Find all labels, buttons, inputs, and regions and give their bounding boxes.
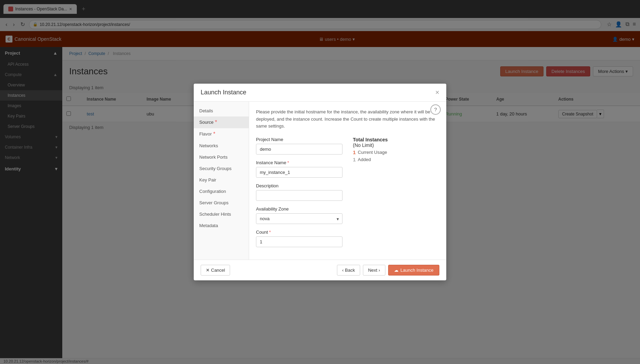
current-usage-value: 1: [353, 149, 356, 155]
nav-network-ports-label: Network Ports: [199, 155, 228, 160]
form-right-col: Total Instances (No Limit) 1 Current Usa…: [353, 137, 439, 253]
next-button[interactable]: Next ›: [363, 265, 385, 276]
nav-item-security-groups[interactable]: Security Groups: [194, 163, 249, 174]
nav-security-groups-label: Security Groups: [199, 166, 231, 171]
nav-scheduler-hints-label: Scheduler Hints: [199, 212, 231, 217]
cancel-button[interactable]: ✕ Cancel: [201, 265, 230, 276]
form-top-row: Project Name Instance Name * Description: [256, 137, 439, 253]
nav-item-metadata[interactable]: Metadata: [194, 220, 249, 231]
modal-overlay: Launch Instance × ? Details Source * Fla…: [0, 0, 640, 364]
nav-details-label: Details: [199, 108, 213, 113]
az-field: Availability Zone nova: [256, 206, 342, 224]
description-input[interactable]: [256, 190, 342, 201]
added-value: 1: [353, 157, 356, 162]
project-name-label: Project Name: [256, 137, 342, 142]
help-button[interactable]: ?: [430, 104, 441, 115]
launch-label: Launch Instance: [401, 268, 433, 273]
nav-key-pair-label: Key Pair: [199, 177, 216, 183]
modal-close-button[interactable]: ×: [435, 88, 439, 96]
modal-description: Please provide the initial hostname for …: [256, 109, 439, 130]
launch-instance-modal-button[interactable]: ☁ Launch Instance: [388, 265, 439, 276]
back-button[interactable]: ‹ Back: [337, 265, 360, 276]
modal-body: Details Source * Flavor * Networks Netwo…: [194, 102, 446, 260]
added-label: Added: [358, 157, 371, 162]
nav-metadata-label: Metadata: [199, 223, 218, 228]
instance-name-label: Instance Name *: [256, 160, 342, 165]
current-usage-row: 1 Current Usage: [353, 149, 439, 155]
total-instances-panel: Total Instances (No Limit) 1 Current Usa…: [353, 137, 439, 162]
nav-item-configuration[interactable]: Configuration: [194, 186, 249, 197]
nav-networks-label: Networks: [199, 143, 218, 148]
az-select-wrapper: nova: [256, 213, 342, 224]
nav-item-details[interactable]: Details: [194, 105, 249, 116]
cloud-icon: ☁: [394, 268, 399, 273]
az-select[interactable]: nova: [256, 213, 342, 224]
count-required: *: [269, 230, 271, 235]
count-input[interactable]: [256, 236, 342, 247]
nav-item-networks[interactable]: Networks: [194, 140, 249, 151]
nav-item-source[interactable]: Source *: [194, 116, 249, 128]
help-icon: ?: [434, 106, 437, 112]
cancel-icon: ✕: [206, 268, 210, 273]
added-row: 1 Added: [353, 157, 439, 162]
form-left-col: Project Name Instance Name * Description: [256, 137, 342, 253]
launch-instance-modal: Launch Instance × ? Details Source * Fla…: [194, 84, 446, 280]
instance-name-required: *: [287, 160, 289, 165]
total-instances-label: Total Instances (No Limit): [353, 137, 439, 148]
modal-content: Please provide the initial hostname for …: [249, 102, 446, 260]
nav-item-scheduler-hints[interactable]: Scheduler Hints: [194, 208, 249, 220]
count-label: Count *: [256, 230, 342, 235]
nav-server-groups-label: Server Groups: [199, 200, 229, 205]
nav-flavor-label: Flavor: [199, 131, 212, 137]
nav-configuration-label: Configuration: [199, 189, 226, 194]
nav-item-flavor[interactable]: Flavor *: [194, 128, 249, 140]
modal-header: Launch Instance ×: [194, 84, 446, 102]
source-required-indicator: *: [215, 120, 217, 125]
project-name-field: Project Name: [256, 137, 342, 155]
nav-source-label: Source: [199, 120, 213, 125]
instance-name-input[interactable]: [256, 167, 342, 178]
modal-nav: Details Source * Flavor * Networks Netwo…: [194, 102, 249, 260]
instance-name-field: Instance Name *: [256, 160, 342, 178]
count-field: Count *: [256, 230, 342, 247]
description-label: Description: [256, 183, 342, 188]
nav-item-network-ports[interactable]: Network Ports: [194, 151, 249, 163]
project-name-input[interactable]: [256, 144, 342, 155]
current-usage-label: Current Usage: [358, 150, 387, 155]
nav-item-key-pair[interactable]: Key Pair: [194, 174, 249, 186]
cancel-label: Cancel: [211, 268, 225, 273]
az-label: Availability Zone: [256, 206, 342, 212]
description-field: Description: [256, 183, 342, 201]
nav-item-server-groups[interactable]: Server Groups: [194, 197, 249, 208]
flavor-required-indicator: *: [213, 131, 215, 137]
footer-right-buttons: ‹ Back Next › ☁ Launch Instance: [337, 265, 439, 276]
count-wrapper: [256, 236, 342, 247]
modal-footer: ✕ Cancel ‹ Back Next › ☁ Launch Instance: [194, 260, 446, 280]
modal-title: Launch Instance: [201, 89, 246, 96]
